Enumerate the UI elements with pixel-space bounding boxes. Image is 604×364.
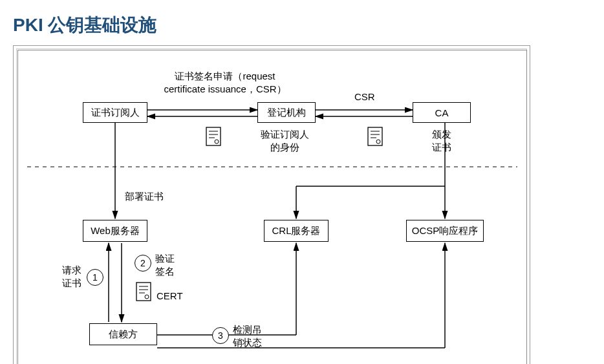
label-issue-cert: 颁发 证书	[432, 128, 451, 153]
label-csr-request-line2: certificate issuance，CSR）	[164, 83, 286, 94]
step-3-circle: 3	[212, 327, 229, 344]
node-relying-party: 信赖方	[89, 323, 157, 345]
node-ocsp-responder: OCSP响应程序	[406, 220, 484, 242]
certificate-icon	[367, 127, 383, 146]
label-verify-signature: 验证 签名	[155, 252, 175, 277]
step-2-circle: 2	[135, 255, 151, 272]
diagram-lines	[18, 50, 526, 364]
step-1-circle: 1	[87, 269, 103, 286]
label-verify-subscriber: 验证订阅人 的身份	[261, 128, 309, 153]
label-check-rev-line1: 检测吊	[233, 324, 262, 335]
node-ra: 登记机构	[257, 102, 316, 123]
node-crl-server: CRL服务器	[264, 220, 329, 242]
label-request-cert: 请求 证书	[62, 264, 81, 289]
label-verify-sub-line2: 的身份	[270, 142, 299, 153]
label-csr-request-line1: 证书签名申请（request	[175, 70, 275, 81]
page-title: PKI 公钥基础设施	[13, 13, 591, 37]
label-issue-cert-line1: 颁发	[432, 129, 451, 140]
diagram-container: 证书订阅人 登记机构 CA Web服务器 CRL服务器 OCSP响应程序 信赖方…	[13, 45, 530, 364]
node-subscriber: 证书订阅人	[83, 102, 147, 123]
label-req-cert-line1: 请求	[62, 264, 81, 275]
label-req-cert-line2: 证书	[62, 277, 81, 288]
label-check-rev-line2: 销状态	[233, 337, 262, 348]
pki-diagram: 证书订阅人 登记机构 CA Web服务器 CRL服务器 OCSP响应程序 信赖方…	[17, 50, 527, 364]
label-verify-sig-line1: 验证	[155, 253, 175, 264]
label-cert: CERT	[156, 290, 183, 303]
label-verify-sub-line1: 验证订阅人	[261, 129, 309, 140]
label-check-revocation: 检测吊 销状态	[233, 323, 262, 348]
label-csr: CSR	[354, 91, 375, 103]
certificate-icon	[136, 282, 151, 301]
node-web-server: Web服务器	[83, 220, 147, 242]
certificate-icon	[206, 127, 221, 146]
label-issue-cert-line2: 证书	[432, 142, 451, 153]
label-csr-request: 证书签名申请（request certificate issuance，CSR）	[147, 70, 303, 95]
node-ca: CA	[413, 102, 471, 123]
label-verify-sig-line2: 签名	[155, 266, 175, 277]
label-deploy-cert: 部署证书	[125, 190, 164, 203]
